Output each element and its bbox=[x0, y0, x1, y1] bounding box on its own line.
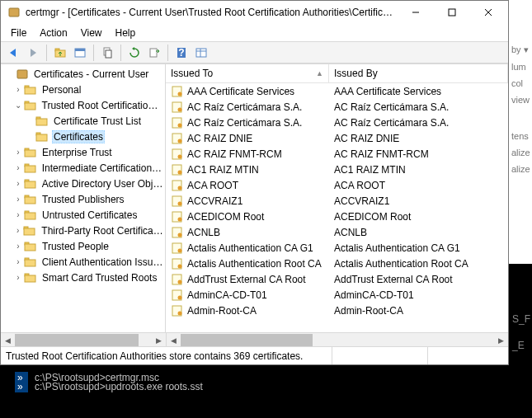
tree-item[interactable]: ›Enterprise Trust bbox=[1, 144, 165, 160]
show-hide-tree-button[interactable] bbox=[71, 44, 89, 62]
twisty-icon[interactable]: › bbox=[12, 195, 24, 204]
twisty-icon[interactable]: › bbox=[12, 148, 24, 157]
svg-rect-11 bbox=[150, 49, 157, 57]
svg-rect-19 bbox=[25, 87, 35, 94]
list-row[interactable]: AC1 RAIZ MTINAC1 RAIZ MTIN bbox=[166, 162, 508, 177]
svg-point-61 bbox=[178, 217, 182, 221]
menu-file[interactable]: File bbox=[4, 26, 33, 40]
issued-by-cell: AdminCA-CD-T01 bbox=[334, 289, 414, 301]
svg-rect-41 bbox=[25, 260, 35, 266]
tree-item[interactable]: ›Trusted People bbox=[1, 238, 165, 254]
console[interactable]: » c:\PS\rootsupd>certmgr.msc » c:\PS\roo… bbox=[0, 365, 532, 418]
tree-item[interactable]: Certificates bbox=[1, 129, 165, 144]
list-row[interactable]: ACNLBACNLB bbox=[166, 224, 508, 240]
certmgr-window: certmgr - [Certificates - Current User\T… bbox=[0, 0, 509, 365]
certificate-icon bbox=[171, 289, 184, 301]
tree-root[interactable]: Certificates - Current User bbox=[1, 66, 165, 82]
column-issued-by[interactable]: Issued By bbox=[329, 64, 508, 82]
help-button[interactable]: ? bbox=[172, 44, 191, 62]
list-row[interactable]: AC RAIZ FNMT-RCMAC RAIZ FNMT-RCM bbox=[166, 146, 508, 162]
tree-label: Enterprise Trust bbox=[40, 146, 114, 159]
tree-item[interactable]: ›Third-Party Root Certification bbox=[1, 223, 165, 238]
folder-icon bbox=[35, 130, 49, 143]
list-row[interactable]: Actalis Authentication Root CAActalis Au… bbox=[166, 256, 508, 271]
issued-by-cell: AAA Certificate Services bbox=[334, 86, 441, 97]
list-row[interactable]: AAA Certificate ServicesAAA Certificate … bbox=[166, 83, 508, 99]
twisty-icon[interactable]: ⌄ bbox=[12, 101, 24, 110]
tree-item[interactable]: Certificate Trust List bbox=[1, 113, 165, 129]
list-row[interactable]: Admin-Root-CAAdmin-Root-CA bbox=[166, 303, 508, 318]
properties-button[interactable] bbox=[192, 44, 210, 62]
tree-item[interactable]: ›Trusted Publishers bbox=[1, 191, 165, 207]
twisty-icon[interactable]: › bbox=[12, 163, 24, 172]
tree-item[interactable]: ›Client Authentication Issuers bbox=[1, 254, 165, 270]
svg-rect-21 bbox=[25, 103, 35, 110]
twisty-icon[interactable]: › bbox=[12, 85, 24, 94]
back-button[interactable] bbox=[4, 44, 22, 62]
tree-item[interactable]: ›Active Directory User Object bbox=[1, 176, 165, 191]
twisty-icon[interactable]: › bbox=[12, 226, 23, 235]
column-issued-to[interactable]: Issued To▲ bbox=[166, 64, 329, 82]
scroll-left-icon[interactable]: ◀ bbox=[167, 333, 181, 347]
tree-label: Untrusted Certificates bbox=[40, 209, 139, 222]
list-row[interactable]: AddTrust External CA RootAddTrust Extern… bbox=[166, 271, 508, 287]
tree-item[interactable]: ›Personal bbox=[1, 82, 165, 97]
forward-button[interactable] bbox=[24, 44, 42, 62]
issued-by-cell: Actalis Authentication CA G1 bbox=[334, 242, 460, 254]
list-row[interactable]: AdminCA-CD-T01AdminCA-CD-T01 bbox=[166, 287, 508, 303]
svg-point-59 bbox=[178, 201, 182, 205]
scroll-right-icon[interactable]: ▶ bbox=[494, 333, 508, 347]
tree-item[interactable]: ›Untrusted Certificates bbox=[1, 207, 165, 223]
tree-item[interactable]: ⌄Trusted Root Certification Au bbox=[1, 97, 165, 113]
list-row[interactable]: AC Raíz Certicámara S.A.AC Raíz Certicám… bbox=[166, 115, 508, 130]
tree-label: Intermediate Certification Au bbox=[40, 162, 165, 175]
folder-icon bbox=[24, 99, 37, 112]
svg-point-73 bbox=[178, 311, 182, 315]
list-row[interactable]: AC RAIZ DNIEAC RAIZ DNIE bbox=[166, 130, 508, 146]
minimize-button[interactable] bbox=[398, 1, 434, 24]
twisty-icon[interactable]: › bbox=[12, 257, 24, 266]
issued-by-cell: AddTrust External CA Root bbox=[334, 274, 453, 285]
issued-by-cell: ACCVRAIZ1 bbox=[334, 195, 389, 207]
horizontal-scrollbar[interactable]: ◀ ▶ ◀ ▶ bbox=[1, 332, 508, 346]
svg-rect-27 bbox=[25, 150, 35, 157]
up-button[interactable] bbox=[51, 44, 69, 62]
titlebar[interactable]: certmgr - [Certificates - Current User\T… bbox=[1, 1, 508, 24]
close-button[interactable] bbox=[470, 1, 506, 24]
list-row[interactable]: AC Raíz Certicámara S.A.AC Raíz Certicám… bbox=[166, 99, 508, 115]
tree-item[interactable]: ›Intermediate Certification Au bbox=[1, 160, 165, 176]
list-row[interactable]: ACEDICOM RootACEDICOM Root bbox=[166, 209, 508, 224]
svg-rect-14 bbox=[196, 49, 206, 57]
statusbar: Trusted Root Certification Authorities s… bbox=[1, 346, 508, 364]
svg-rect-0 bbox=[9, 8, 19, 16]
tree-item[interactable]: ›Smart Card Trusted Roots bbox=[1, 270, 165, 285]
svg-rect-23 bbox=[36, 119, 47, 125]
twisty-icon[interactable]: › bbox=[12, 179, 24, 188]
export-button[interactable] bbox=[145, 44, 163, 62]
scroll-left-icon[interactable]: ◀ bbox=[1, 333, 15, 347]
list-row[interactable]: ACCVRAIZ1ACCVRAIZ1 bbox=[166, 193, 508, 209]
refresh-button[interactable] bbox=[125, 44, 144, 62]
menu-action[interactable]: Action bbox=[33, 26, 73, 40]
list-row[interactable]: Actalis Authentication CA G1Actalis Auth… bbox=[166, 240, 508, 256]
certificate-icon bbox=[171, 242, 184, 254]
twisty-icon[interactable]: › bbox=[12, 210, 24, 219]
twisty-icon[interactable]: › bbox=[12, 242, 24, 251]
svg-rect-2 bbox=[449, 9, 455, 16]
copy-button[interactable] bbox=[98, 44, 116, 62]
list-body[interactable]: AAA Certificate ServicesAAA Certificate … bbox=[166, 83, 508, 332]
scroll-right-icon[interactable]: ▶ bbox=[152, 333, 166, 347]
folder-icon bbox=[24, 162, 37, 175]
tree-label: Trusted Publishers bbox=[40, 193, 126, 206]
issued-by-cell: AC Raíz Certicámara S.A. bbox=[334, 117, 449, 129]
tree-pane[interactable]: Certificates - Current User ›Personal⌄Tr… bbox=[1, 64, 166, 332]
list-row[interactable]: ACA ROOTACA ROOT bbox=[166, 177, 508, 193]
maximize-button[interactable] bbox=[434, 1, 470, 24]
twisty-icon[interactable]: › bbox=[12, 273, 24, 282]
menu-help[interactable]: Help bbox=[109, 26, 143, 40]
issued-to-cell: AC1 RAIZ MTIN bbox=[187, 164, 259, 176]
issued-to-cell: AddTrust External CA Root bbox=[187, 274, 306, 285]
issued-to-cell: ACEDICOM Root bbox=[187, 211, 264, 223]
svg-point-67 bbox=[178, 264, 182, 268]
menu-view[interactable]: View bbox=[74, 26, 109, 40]
